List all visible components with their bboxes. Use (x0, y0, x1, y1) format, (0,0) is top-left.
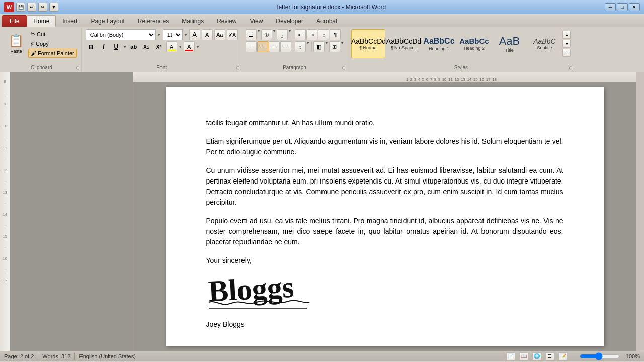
styles-down[interactable]: ▼ (562, 40, 571, 48)
clear-format-btn[interactable]: ✗A (227, 29, 238, 40)
line-spacing-btn[interactable]: ↕ (295, 41, 306, 52)
align-center-btn[interactable]: ≡ (257, 41, 268, 52)
ruler-sep6: · (4, 201, 5, 206)
align-left-btn[interactable]: ≡ (246, 41, 257, 52)
font-name-select[interactable]: Calibri (Body) (86, 29, 156, 40)
styles-more[interactable]: ⊕ (562, 49, 571, 57)
bold-btn[interactable]: B (86, 41, 97, 52)
para-5[interactable]: Your sincerely, (206, 255, 564, 266)
borders-btn[interactable]: ⊞ (329, 41, 340, 52)
text-highlight-btn[interactable]: A (166, 41, 177, 52)
style-subtitle[interactable]: AaBbC Subtitle (527, 29, 561, 58)
undo-btn[interactable]: ↩ (27, 3, 36, 12)
style-subtitle-preview: AaBbC (533, 37, 555, 46)
tab-developer[interactable]: Developer (269, 15, 310, 27)
font-expand[interactable]: ⊡ (236, 66, 240, 70)
para-2[interactable]: Etiam signiferumque per ut. Aliquando ar… (206, 136, 564, 157)
tab-mailings[interactable]: Mailings (175, 15, 210, 27)
ruler-marks: 8 · 9 · 10 · 11 · 12 · 13 · 14 · 15 · 16… (3, 79, 7, 283)
font-size-select[interactable]: 11 (163, 29, 183, 40)
para-3[interactable]: Cu unum vidisse assentior mei, mei mutat… (206, 165, 564, 208)
multilevel-btn[interactable]: ⁁ (277, 29, 288, 40)
close-btn[interactable]: ✕ (629, 3, 640, 11)
r6: 6 (426, 77, 428, 82)
clipboard-expand[interactable]: ⊡ (76, 66, 80, 70)
customize-btn[interactable]: ▼ (49, 3, 58, 12)
minimize-btn[interactable]: ─ (605, 3, 616, 11)
redo-btn[interactable]: ↪ (38, 3, 47, 12)
styles-expand[interactable]: ⊡ (569, 66, 573, 70)
maximize-btn[interactable]: □ (617, 3, 628, 11)
decrease-indent-btn[interactable]: ⇤ (295, 29, 306, 40)
sort-btn[interactable]: ↕ (318, 29, 329, 40)
style-normal[interactable]: AaBbCcDd ¶ Normal (351, 29, 385, 58)
change-case-btn[interactable]: Aa (214, 29, 225, 40)
window-controls: ─ □ ✕ (605, 3, 640, 11)
style-heading2[interactable]: AaBbCc Heading 2 (457, 29, 491, 58)
style-h2-label: Heading 2 (464, 46, 485, 51)
ruler-sep5: · (4, 179, 5, 184)
paste-button[interactable]: 📋 Paste (5, 29, 27, 58)
increase-indent-btn[interactable]: ⇥ (306, 29, 317, 40)
style-nospace[interactable]: AaBbCcDd ¶ No Spaci... (386, 29, 421, 58)
ruler-sep9: · (4, 267, 5, 272)
strikethrough-btn[interactable]: ab (128, 41, 139, 52)
font-content: Calibri (Body) ▼ 11 ▼ A A Aa ✗A B I U ▼ … (86, 29, 238, 59)
clipboard-label: Clipboard (2, 65, 81, 70)
page-area[interactable]: facilis feugait omittantur ut. An has ul… (133, 82, 636, 351)
copy-button[interactable]: ⎘ Copy (28, 39, 77, 48)
ruler-numbers: 1 2 3 4 5 6 7 8 9 10 11 12 13 14 15 16 1 (400, 77, 503, 82)
style-title[interactable]: AaB Title (492, 29, 526, 58)
tab-insert[interactable]: Insert (56, 15, 84, 27)
grow-font-btn[interactable]: A (189, 29, 200, 40)
document[interactable]: facilis feugait omittantur ut. An has ul… (166, 87, 604, 346)
tab-pagelayout[interactable]: Page Layout (84, 15, 131, 27)
tab-view[interactable]: View (244, 15, 270, 27)
r16: 16 (479, 77, 484, 82)
view-print-btn[interactable]: 📄 (506, 352, 515, 360)
subscript-btn[interactable]: X₂ (141, 41, 152, 52)
cut-button[interactable]: ✂ Cut (28, 29, 77, 39)
view-web-btn[interactable]: 🌐 (532, 352, 541, 360)
zoom-slider[interactable] (580, 353, 620, 359)
align-right-btn[interactable]: ≡ (269, 41, 280, 52)
tab-references[interactable]: References (131, 15, 175, 27)
r7: 7 (430, 77, 432, 82)
para-sep2 (293, 41, 293, 51)
r13: 13 (461, 77, 465, 82)
underline-btn[interactable]: U (111, 41, 122, 52)
view-fullread-btn[interactable]: 📖 (519, 352, 528, 360)
shrink-font-btn[interactable]: A (202, 29, 213, 40)
r12: 12 (455, 77, 459, 82)
numbering-btn[interactable]: ① (261, 29, 272, 40)
bullets-btn[interactable]: ☰ (246, 29, 257, 40)
para-4[interactable]: Populo everti ad usu, ea vis tale melius… (206, 216, 564, 247)
save-btn[interactable]: 💾 (16, 3, 25, 12)
tab-home[interactable]: Home (27, 15, 56, 27)
styles-scroll: ▲ ▼ ⊕ (562, 31, 571, 57)
ruler-sep8: · (4, 245, 5, 250)
view-outline-btn[interactable]: ☰ (545, 352, 554, 360)
styles-up[interactable]: ▲ (562, 31, 571, 39)
justify-btn[interactable]: ≡ (280, 41, 291, 52)
format-painter-button[interactable]: 🖌 Format Painter (28, 49, 77, 58)
superscript-btn[interactable]: X² (153, 41, 165, 52)
r17: 17 (486, 77, 491, 82)
tab-acrobat[interactable]: Acrobat (310, 15, 344, 27)
titlebar: W 💾 ↩ ↪ ▼ letter for signature.docx - Mi… (0, 0, 644, 14)
para-sep1 (293, 29, 293, 39)
paragraph-content: ☰ ▼ ① ▼ ⁁ ▼ ⇤ ⇥ ↕ ¶ ≡ ≡ ≡ ≡ ↕ ▼ (246, 29, 344, 70)
show-marks-btn[interactable]: ¶ (330, 29, 341, 40)
multilevel-arrow: ▼ (288, 29, 292, 40)
ruler-sep3: · (4, 135, 5, 139)
para-1[interactable]: facilis feugait omittantur ut. An has ul… (206, 118, 564, 128)
shading-btn[interactable]: ◧ (313, 41, 325, 52)
tab-file[interactable]: File (2, 15, 27, 27)
style-heading1[interactable]: AaBbCc Heading 1 (422, 29, 456, 58)
paragraph-expand[interactable]: ⊡ (342, 66, 346, 70)
font-color-btn[interactable]: A (184, 41, 195, 52)
highlight-arrow: ▼ (179, 45, 182, 49)
tab-review[interactable]: Review (210, 15, 243, 27)
italic-btn[interactable]: I (98, 41, 109, 52)
view-draft-btn[interactable]: 📝 (558, 352, 568, 360)
